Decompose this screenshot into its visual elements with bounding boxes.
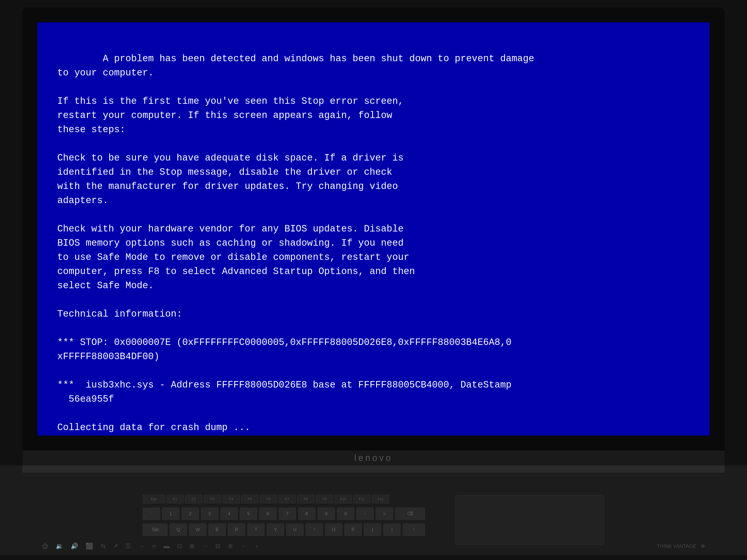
bsod-line-4: If this is the first time you've seen th… [57,96,404,107]
fn-key-f8[interactable]: F8 [297,495,314,504]
key-i[interactable]: I [306,524,323,536]
key-5[interactable]: 5 [240,507,257,520]
bsod-line-10: with the manufacturer for driver updates… [57,181,398,192]
back-icon: ⊟ [215,542,221,550]
key-9[interactable]: 9 [317,507,335,520]
key-backslash[interactable]: \ [403,524,425,536]
power-led [701,544,705,548]
menu-icon: ☰ [126,542,131,550]
laptop-outer: A problem has been detected and windows … [0,0,747,560]
brightness-icon: ⬛ [86,542,93,550]
bsod-line-6: these steps: [57,124,126,135]
key-e[interactable]: E [208,524,226,536]
bsod-line-19: Technical information: [57,309,182,319]
box-icon: ⊡ [177,542,182,550]
key-lbracket[interactable]: [ [364,524,381,536]
bsod-content: A problem has been detected and windows … [57,37,690,435]
minus-icon: － [240,542,246,550]
key-tab[interactable]: Tab [143,524,168,536]
fn-key-f12[interactable]: F12 [372,495,389,504]
bsod-line-22: xFFFFF88003B4DF00) [57,351,159,362]
key-3[interactable]: 3 [201,507,218,520]
fn-key-f7[interactable]: F7 [278,495,296,504]
fn-key-esc[interactable]: Esc [143,495,165,504]
keyboard-area: Esc F1 F2 F3 F4 F5 F6 F7 F8 F9 F10 F11 F… [143,495,425,538]
hinge-bar [22,465,725,472]
function-key-row: Esc F1 F2 F3 F4 F5 F6 F7 F8 F9 F10 F11 F… [143,495,425,504]
key-tilde[interactable]: ` [143,507,160,520]
key-1[interactable]: 1 [162,507,180,520]
key-u[interactable]: U [286,524,304,536]
key-4[interactable]: 4 [221,507,238,520]
bar-icon: ▬ [163,543,170,550]
fn-key-f10[interactable]: F10 [334,495,352,504]
bottom-right-controls: THINK VANTAGE [657,543,705,549]
bsod-line-16: computer, press F8 to select Advanced St… [57,266,415,277]
fn-key-f9[interactable]: F9 [316,495,333,504]
grid-icon: ⊞ [189,542,195,550]
laptop-base: Esc F1 F2 F3 F4 F5 F6 F7 F8 F9 F10 F11 F… [0,465,747,555]
bottom-left-controls: ⏻ 🔉 🔊 ⬛ ⇆ ↗ ☰ → ═ ▬ ⊡ ⊞ ⋯ ⊟ ⊕ － ＋ [42,542,260,550]
power-icon: ⏻ [42,542,48,550]
bsod-line-8: Check to be sure you have adequate disk … [57,153,404,163]
volume-down-icon: 🔉 [56,542,63,550]
nav-icon: → [138,543,145,550]
key-w[interactable]: W [189,524,206,536]
key-backspace[interactable]: ⌫ [395,507,425,520]
key-p[interactable]: P [344,524,362,536]
fn-key-f6[interactable]: F6 [260,495,277,504]
fn-key-f11[interactable]: F11 [353,495,370,504]
volume-up-icon: 🔊 [71,542,78,550]
fn-key-f4[interactable]: F4 [222,495,240,504]
bsod-screen: A problem has been detected and windows … [37,22,710,435]
arrow-icon: ↗ [113,542,118,550]
fn-key-f5[interactable]: F5 [241,495,258,504]
plus-icon: ＋ [254,542,260,550]
key-8[interactable]: 8 [298,507,315,520]
bsod-line-17: select Safe Mode. [57,280,154,291]
key-0[interactable]: 0 [337,507,354,520]
bsod-line-5: restart your computer. If this screen ap… [57,110,392,121]
key-2[interactable]: 2 [182,507,199,520]
bsod-line-11: adapters. [57,195,108,206]
key-row-qwerty: Tab Q W E R T Y U I O P [ ] \ [143,524,425,536]
trackpad[interactable] [455,495,604,545]
bsod-line-25: 56ea955f [57,394,114,404]
key-equals[interactable]: = [376,507,393,520]
screen-bottom-bar: lenovo [22,451,725,465]
wifi-icon: ⇆ [101,542,106,550]
bsod-line-15: to use Safe Mode to remove or disable co… [57,252,409,263]
key-r[interactable]: R [228,524,245,536]
bsod-line-2: to your computer. [57,68,154,78]
lenovo-logo: lenovo [354,453,393,463]
tray-icon: ⋯ [202,542,208,550]
speaker-icon: ═ [152,543,156,550]
fn-key-f3[interactable]: F3 [204,495,221,504]
forward-icon: ⊕ [228,542,233,550]
bsod-line-24: *** iusb3xhc.sys - Address FFFFF88005D02… [57,379,511,390]
fn-key-f2[interactable]: F2 [185,495,202,504]
bsod-line-13: Check with your hardware vendor for any … [57,223,404,234]
bsod-line-1: A problem has been detected and windows … [103,53,534,64]
key-o[interactable]: O [325,524,342,536]
bsod-line-9: identified in the Stop message, disable … [57,167,392,178]
key-6[interactable]: 6 [259,507,277,520]
key-rbracket[interactable]: ] [383,524,401,536]
bottom-status-bar: ⏻ 🔉 🔊 ⬛ ⇆ ↗ ☰ → ═ ▬ ⊡ ⊞ ⋯ ⊟ ⊕ － ＋ THINK … [22,542,725,550]
bsod-line-27: Collecting data for crash dump ... [57,422,250,433]
screen-bezel: A problem has been detected and windows … [22,7,725,451]
key-row-numbers: ` 1 2 3 4 5 6 7 8 9 0 - = ⌫ [143,507,425,520]
bsod-line-21: *** STOP: 0x0000007E (0xFFFFFFFFC0000005… [57,337,511,348]
key-q[interactable]: Q [170,524,187,536]
fn-key-f1[interactable]: F1 [166,495,184,504]
bsod-line-14: BIOS memory options such as caching or s… [57,238,404,248]
thinkvantage-label: THINK VANTAGE [657,543,696,549]
key-7[interactable]: 7 [279,507,296,520]
key-y[interactable]: Y [267,524,284,536]
key-minus[interactable]: - [356,507,374,520]
key-t[interactable]: T [247,524,265,536]
